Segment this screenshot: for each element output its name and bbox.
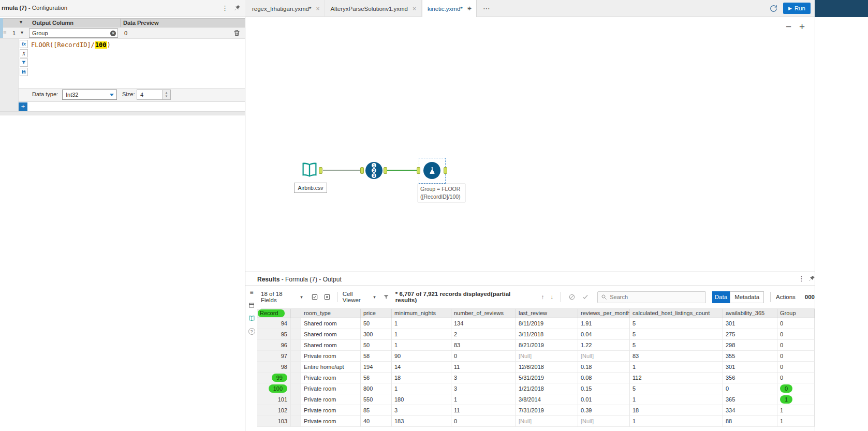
table-cell[interactable]: 103	[257, 416, 291, 427]
table-cell[interactable]: 7/31/2019	[516, 405, 578, 416]
table-cell[interactable]: 0.01	[578, 394, 630, 405]
table-cell[interactable]: [Null]	[578, 416, 630, 427]
table-cell[interactable]	[291, 351, 301, 362]
table-cell[interactable]: 1	[630, 362, 723, 373]
filter-icon[interactable]	[383, 294, 389, 300]
connection-input-recordid[interactable]	[323, 170, 360, 171]
output-column-input[interactable]: Group ✕	[29, 28, 118, 38]
table-cell[interactable]: 365	[723, 394, 777, 405]
table-cell[interactable]: 18	[630, 405, 723, 416]
table-cell[interactable]: 183	[392, 416, 451, 427]
workflow-canvas[interactable]: − + Airbnb.csv 123 Group = FLOOR([Record…	[245, 17, 815, 272]
table-cell[interactable]: 1	[777, 405, 815, 416]
table-cell[interactable]	[291, 362, 301, 373]
table-cell[interactable]: 50	[361, 340, 392, 351]
table-cell[interactable]: 3	[392, 405, 451, 416]
table-row[interactable]: 98Entire home/apt194141112/8/20180.18130…	[257, 362, 815, 373]
table-cell[interactable]: 8/21/2019	[516, 340, 578, 351]
table-cell[interactable]: 1/21/2018	[516, 383, 578, 394]
table-cell[interactable]: 0	[777, 362, 815, 373]
holistic-view-icon[interactable]	[248, 302, 255, 309]
expression-editor[interactable]: FLOOR([RecordID]/100)	[31, 41, 111, 49]
cancel-icon[interactable]	[568, 293, 576, 301]
search-box[interactable]	[597, 291, 705, 303]
input-data-tool[interactable]	[300, 161, 319, 180]
config-pin-icon[interactable]	[234, 5, 241, 11]
table-cell[interactable]: 3	[451, 373, 516, 383]
data-book-icon[interactable]	[248, 315, 255, 322]
table-cell[interactable]: 194	[361, 362, 392, 373]
input-anchor[interactable]	[417, 167, 420, 174]
results-menu-icon[interactable]: ⋮	[798, 275, 805, 282]
run-button[interactable]: ▶ Run	[783, 3, 811, 14]
table-cell[interactable]: 301	[723, 362, 777, 373]
formula-row-1[interactable]: ≡ 1 ▾ Group ✕ 0	[0, 27, 245, 39]
column-header[interactable]: number_of_reviews	[451, 309, 516, 318]
zoom-out-button[interactable]: −	[786, 21, 791, 33]
table-cell[interactable]: 0.08	[578, 373, 630, 383]
table-cell[interactable]: 800	[361, 383, 392, 394]
column-header[interactable]: reviews_per_month	[578, 309, 630, 318]
table-cell[interactable]: 95	[257, 329, 291, 340]
table-cell[interactable]: 0.15	[578, 383, 630, 394]
help-icon[interactable]: ?	[248, 328, 255, 335]
output-anchor[interactable]	[444, 167, 447, 174]
table-cell[interactable]: 96	[257, 340, 291, 351]
table-cell[interactable]: 2	[451, 329, 516, 340]
search-input[interactable]	[610, 294, 698, 300]
output-anchor[interactable]	[384, 167, 387, 174]
table-cell[interactable]: 14	[392, 362, 451, 373]
table-cell[interactable]: 5	[630, 318, 723, 329]
table-row[interactable]: 96Shared room501838/21/20191.2252980	[257, 340, 815, 351]
table-row[interactable]: 95Shared room300123/11/20180.0452750	[257, 329, 815, 340]
size-spinner[interactable]: ▲▼	[162, 90, 170, 99]
size-input[interactable]: 4 ▲▼	[137, 90, 171, 100]
table-cell[interactable]: 5/31/2019	[516, 373, 578, 383]
table-cell[interactable]: Shared room	[301, 318, 361, 329]
table-cell[interactable]: 356	[723, 373, 777, 383]
tab-close-icon[interactable]: ×	[316, 5, 319, 12]
table-cell[interactable]	[291, 329, 301, 340]
table-cell[interactable]: 3	[451, 383, 516, 394]
table-cell[interactable]: Private room	[301, 405, 361, 416]
table-cell[interactable]: 5	[630, 329, 723, 340]
clear-field-icon[interactable]: ✕	[110, 31, 116, 36]
table-cell[interactable]: 1	[630, 416, 723, 427]
table-cell[interactable]: 100	[257, 383, 291, 394]
cell-viewer-dropdown[interactable]: Cell Viewer	[343, 291, 372, 303]
table-cell[interactable]: 5	[630, 383, 723, 394]
table-row[interactable]: 99Private room561835/31/20190.081123560	[257, 373, 815, 383]
drag-handle-icon[interactable]: ≡	[3, 29, 6, 36]
table-cell[interactable]: 334	[723, 405, 777, 416]
chevron-down-icon[interactable]: ▾	[21, 29, 23, 35]
scroll-up-icon[interactable]: ↑	[541, 294, 545, 300]
table-cell[interactable]: 0	[777, 329, 815, 340]
delete-row-icon[interactable]	[233, 29, 241, 37]
table-cell[interactable]: 40	[361, 416, 392, 427]
table-cell[interactable]: 1	[630, 394, 723, 405]
table-cell[interactable]: 180	[392, 394, 451, 405]
table-cell[interactable]: 56	[361, 373, 392, 383]
table-cell[interactable]: Private room	[301, 383, 361, 394]
table-cell[interactable]: 0.39	[578, 405, 630, 416]
table-cell[interactable]: 0	[777, 340, 815, 351]
table-cell[interactable]: 275	[723, 329, 777, 340]
table-cell[interactable]: 1	[392, 318, 451, 329]
table-row[interactable]: 97Private room58900[Null][Null]833550	[257, 351, 815, 362]
table-cell[interactable]: 88	[723, 416, 777, 427]
save-expression-icon[interactable]	[20, 68, 28, 76]
column-header[interactable]: Record	[257, 309, 291, 318]
table-cell[interactable]	[291, 383, 301, 394]
select-fields-icon[interactable]	[311, 293, 318, 301]
tab-AlteryxParseSolutionv1-yxmd[interactable]: AlteryxParseSolutionv1.yxmd×	[325, 0, 422, 17]
table-cell[interactable]	[291, 405, 301, 416]
table-cell[interactable]	[291, 340, 301, 351]
table-cell[interactable]: 98	[257, 362, 291, 373]
table-cell[interactable]: 90	[392, 351, 451, 362]
config-menu-icon[interactable]: ⋮	[222, 5, 228, 11]
table-cell[interactable]: 83	[630, 351, 723, 362]
table-cell[interactable]: Shared room	[301, 329, 361, 340]
table-cell[interactable]: 298	[723, 340, 777, 351]
table-cell[interactable]: 94	[257, 318, 291, 329]
table-cell[interactable]: Private room	[301, 416, 361, 427]
